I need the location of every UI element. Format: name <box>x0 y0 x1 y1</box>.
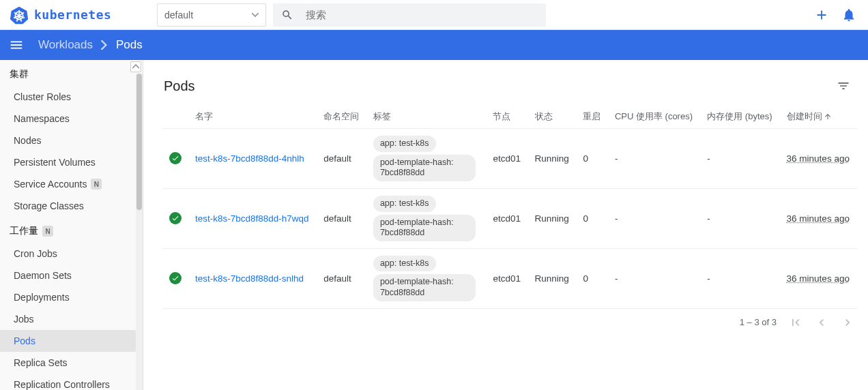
sidebar-item-daemon-sets[interactable]: Daemon Sets <box>0 265 143 286</box>
cell-node: etcd01 <box>486 248 527 308</box>
search-icon <box>281 9 293 21</box>
namespace-select[interactable]: default <box>157 3 266 27</box>
sidebar-section-cluster[interactable]: 集群 <box>0 60 143 86</box>
col-node[interactable]: 节点 <box>486 105 527 129</box>
pager-range: 1 – 3 of 3 <box>740 317 777 327</box>
notifications-button[interactable] <box>835 1 863 29</box>
col-name[interactable]: 名字 <box>188 105 317 129</box>
cell-memory: - <box>700 129 779 189</box>
status-ok-icon <box>169 152 182 164</box>
sort-asc-icon <box>824 112 832 121</box>
sidebar-item-replication-controllers[interactable]: Replication Controllers <box>0 374 143 390</box>
sidebar-item-jobs[interactable]: Jobs <box>0 308 143 330</box>
col-created[interactable]: 创建时间 <box>780 105 857 129</box>
sidebar-item-label: Storage Classes <box>14 200 84 211</box>
sidebar-item-cron-jobs[interactable]: Cron Jobs <box>0 243 143 265</box>
pod-name-link[interactable]: test-k8s-7bcd8f88dd-snlhd <box>195 273 304 284</box>
sidebar-scrollbar[interactable] <box>136 74 143 390</box>
sidebar-section-workloads[interactable]: 工作量 N <box>0 217 143 243</box>
breadcrumb-current: Pods <box>116 38 143 52</box>
sidebar-item-label: Jobs <box>14 314 34 325</box>
cell-namespace: default <box>317 248 366 308</box>
col-status[interactable]: 状态 <box>528 105 577 129</box>
label-chip: app: test-k8s <box>373 256 436 272</box>
status-ok-icon <box>169 212 182 224</box>
menu-toggle-button[interactable] <box>8 37 25 53</box>
page-title: Pods <box>164 78 195 94</box>
add-button[interactable] <box>808 1 835 29</box>
cell-labels: app: test-k8spod-template-hash: 7bcd8f88… <box>366 248 487 308</box>
sidebar-item-label: Daemon Sets <box>14 270 72 281</box>
cell-restarts: 0 <box>576 129 607 189</box>
status-ok-icon <box>169 272 182 284</box>
breadcrumb-bar: Workloads Pods <box>0 30 868 60</box>
cell-cpu: - <box>608 248 700 308</box>
label-chip: app: test-k8s <box>373 136 436 152</box>
label-chip: pod-template-hash: 7bcd8f88dd <box>373 274 476 301</box>
sidebar-section-label: 集群 <box>10 68 29 80</box>
chevron-down-icon <box>252 13 259 17</box>
pager-first-button[interactable] <box>789 316 802 329</box>
cell-node: etcd01 <box>486 129 527 189</box>
search-input[interactable] <box>306 9 538 20</box>
pods-table: 名字 命名空间 标签 节点 状态 重启 CPU 使用率 (cores) 内存使用… <box>162 105 857 309</box>
sidebar-section-label: 工作量 <box>10 225 38 237</box>
sidebar-item-nodes[interactable]: Nodes <box>0 130 143 151</box>
cell-created: 36 minutes ago <box>780 248 857 308</box>
cell-labels: app: test-k8spod-template-hash: 7bcd8f88… <box>366 188 487 248</box>
col-memory[interactable]: 内存使用 (bytes) <box>700 105 779 129</box>
sidebar: 集群 Cluster Roles Namespaces Nodes Persis… <box>0 60 143 390</box>
sidebar-item-storage-classes[interactable]: Storage Classes <box>0 195 143 217</box>
topbar: kubernetes default <box>0 0 868 30</box>
cell-namespace: default <box>317 129 366 189</box>
label-chip: app: test-k8s <box>373 196 436 212</box>
sidebar-item-label: Service Accounts <box>14 179 87 190</box>
cell-restarts: 0 <box>576 248 607 308</box>
label-chip: pod-template-hash: 7bcd8f88dd <box>373 155 476 181</box>
filter-button[interactable] <box>835 78 852 94</box>
table-row: test-k8s-7bcd8f88dd-h7wqddefaultapp: tes… <box>162 188 857 248</box>
search-box[interactable] <box>273 3 546 27</box>
sidebar-scrollbar-thumb[interactable] <box>136 74 142 210</box>
col-namespace[interactable]: 命名空间 <box>317 105 366 129</box>
sidebar-item-namespaces[interactable]: Namespaces <box>0 108 143 130</box>
pager-next-button[interactable] <box>841 316 854 329</box>
namespace-select-value: default <box>164 10 193 20</box>
main: 集群 Cluster Roles Namespaces Nodes Persis… <box>0 60 868 390</box>
col-cpu[interactable]: CPU 使用率 (cores) <box>608 105 700 129</box>
sidebar-item-persistent-volumes[interactable]: Persistent Volumes <box>0 151 143 173</box>
count-badge: N <box>42 226 53 237</box>
sidebar-item-label: Nodes <box>14 135 41 146</box>
pods-card: Pods 名字 命名空间 标签 节点 状态 重启 CPU 使用率 (cores <box>162 75 857 332</box>
cell-status: Running <box>528 188 577 248</box>
scroll-up-icon[interactable] <box>130 61 141 72</box>
cell-namespace: default <box>317 188 366 248</box>
sidebar-item-label: Replica Sets <box>14 357 68 368</box>
pager-prev-button[interactable] <box>815 316 828 329</box>
sidebar-item-deployments[interactable]: Deployments <box>0 286 143 308</box>
sidebar-item-service-accounts[interactable]: Service AccountsN <box>0 173 143 195</box>
cell-status: Running <box>528 129 577 189</box>
table-pager: 1 – 3 of 3 <box>162 309 857 332</box>
chevron-right-icon <box>101 40 108 50</box>
sidebar-item-label: Persistent Volumes <box>14 157 96 168</box>
breadcrumb-parent[interactable]: Workloads <box>38 38 93 52</box>
sidebar-item-label: Namespaces <box>14 113 70 124</box>
table-row: test-k8s-7bcd8f88dd-snlhddefaultapp: tes… <box>162 248 857 308</box>
col-labels[interactable]: 标签 <box>366 105 487 129</box>
sidebar-item-replica-sets[interactable]: Replica Sets <box>0 352 143 374</box>
kubernetes-logo-icon <box>10 5 34 25</box>
table-row: test-k8s-7bcd8f88dd-4nhlhdefaultapp: tes… <box>162 129 857 189</box>
brand-name: kubernetes <box>34 7 111 22</box>
pod-name-link[interactable]: test-k8s-7bcd8f88dd-h7wqd <box>195 213 309 224</box>
table-header-row: 名字 命名空间 标签 节点 状态 重启 CPU 使用率 (cores) 内存使用… <box>162 105 857 129</box>
sidebar-item-cluster-roles[interactable]: Cluster Roles <box>0 86 143 108</box>
cell-memory: - <box>700 248 779 308</box>
sidebar-item-pods[interactable]: Pods <box>0 330 143 352</box>
cell-node: etcd01 <box>486 188 527 248</box>
pod-name-link[interactable]: test-k8s-7bcd8f88dd-4nhlh <box>195 153 304 164</box>
brand[interactable]: kubernetes <box>5 5 157 25</box>
cell-labels: app: test-k8spod-template-hash: 7bcd8f88… <box>366 129 487 189</box>
cell-memory: - <box>700 188 779 248</box>
col-restarts[interactable]: 重启 <box>576 105 607 129</box>
